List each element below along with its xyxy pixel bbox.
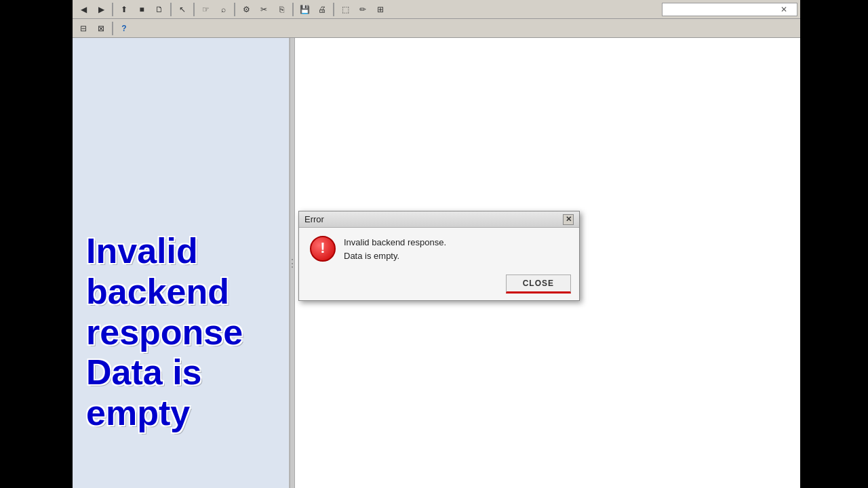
right-panel: Error ✕ ! Invalid backend r: [295, 38, 800, 488]
sep-1: [112, 3, 113, 16]
content-area: Invalid backend response Data is empty E…: [73, 38, 800, 488]
tb2-icon2: ⊠: [98, 24, 104, 33]
resize-handle[interactable]: [290, 38, 295, 488]
hand-icon: ☞: [202, 5, 210, 14]
dialog-footer: CLOSE: [299, 270, 579, 300]
dialog-title: Error: [304, 214, 324, 224]
error-icon: !: [310, 236, 336, 262]
print-button[interactable]: 🖨: [314, 2, 330, 17]
back-button[interactable]: ◀: [75, 2, 92, 17]
puzzle-button[interactable]: ⚙: [238, 2, 254, 17]
scissors-icon: ✂: [260, 5, 267, 14]
sep-2: [170, 3, 172, 16]
sep-3: [193, 3, 195, 16]
toolbar-1: ◀ ▶ ⬆ ■ 🗋 ↖ ☞ ⌕ ⚙ ✂ ⎘ 💾 🖨 ⬚ ✏ ⊞ ✕: [73, 0, 800, 19]
error-icon-circle: !: [310, 236, 336, 262]
error-line2: Data is empty.: [344, 249, 446, 263]
select-button[interactable]: ⬚: [337, 2, 353, 17]
search-clear-button[interactable]: ✕: [781, 5, 787, 14]
forward-icon: ▶: [98, 5, 104, 14]
up-button[interactable]: ⬆: [116, 2, 132, 17]
sep-6: [333, 3, 334, 16]
select-icon: ⬚: [342, 5, 349, 14]
sep-7: [112, 22, 113, 35]
puzzle-icon: ⚙: [243, 5, 250, 14]
tb2-icon1: ⊟: [80, 24, 87, 33]
dialog-titlebar: Error ✕: [299, 211, 579, 228]
zoom-button[interactable]: ⌕: [215, 2, 231, 17]
main-window: ◀ ▶ ⬆ ■ 🗋 ↖ ☞ ⌕ ⚙ ✂ ⎘ 💾 🖨 ⬚ ✏ ⊞ ✕ ⊟ ⊠ ?: [73, 0, 800, 488]
save-button[interactable]: 💾: [296, 2, 313, 17]
pencil-icon: ✏: [359, 5, 366, 14]
dialog-overlay: Error ✕ ! Invalid backend r: [295, 38, 800, 488]
forward-button[interactable]: ▶: [93, 2, 109, 17]
sep-4: [234, 3, 235, 16]
sep-5: [292, 3, 294, 16]
zoom-icon: ⌕: [221, 5, 226, 14]
panel-text-line4: Data is empty: [86, 352, 202, 432]
tb2-btn1[interactable]: ⊟: [75, 21, 92, 36]
search-box: ✕: [662, 3, 797, 16]
up-icon: ⬆: [121, 5, 127, 14]
cursor-icon: ↖: [179, 5, 186, 14]
copy-button[interactable]: ⎘: [273, 2, 290, 17]
stop-button[interactable]: ■: [134, 2, 150, 17]
grid-button[interactable]: ⊞: [372, 2, 389, 17]
grid-icon: ⊞: [377, 5, 384, 14]
copy-icon: ⎘: [279, 5, 284, 14]
save-icon: 💾: [300, 5, 310, 14]
panel-text-line2: backend: [86, 272, 229, 311]
scissors-button[interactable]: ✂: [256, 2, 272, 17]
page-button[interactable]: 🗋: [151, 2, 167, 17]
dialog-body: ! Invalid backend response. Data is empt…: [299, 228, 579, 270]
stop-icon: ■: [139, 5, 144, 14]
exclamation-icon: !: [320, 239, 325, 257]
panel-text-line1: Invalid: [86, 231, 198, 270]
search-input[interactable]: [665, 5, 781, 14]
left-black-bar: [0, 0, 73, 488]
close-button[interactable]: CLOSE: [506, 274, 571, 293]
error-line1: Invalid backend response.: [344, 236, 446, 249]
help-icon: ?: [121, 24, 126, 33]
dialog-x-icon: ✕: [566, 215, 572, 224]
help-button[interactable]: ?: [116, 21, 132, 36]
error-message-text: Invalid backend response. Data is empty.: [344, 236, 446, 262]
print-icon: 🖨: [318, 5, 326, 14]
left-panel: Invalid backend response Data is empty: [73, 38, 290, 488]
page-icon: 🗋: [155, 5, 163, 14]
panel-text-line3: response: [86, 312, 243, 352]
dialog-x-button[interactable]: ✕: [563, 214, 574, 225]
tb2-btn2[interactable]: ⊠: [93, 21, 109, 36]
panel-text: Invalid backend response Data is empty: [86, 231, 289, 434]
pencil-button[interactable]: ✏: [355, 2, 371, 17]
right-black-bar: [795, 0, 868, 488]
error-dialog: Error ✕ ! Invalid backend r: [298, 211, 580, 301]
toolbar-2: ⊟ ⊠ ?: [73, 19, 800, 38]
back-icon: ◀: [81, 5, 87, 14]
hand-button[interactable]: ☞: [197, 2, 214, 17]
cursor-button[interactable]: ↖: [174, 2, 191, 17]
